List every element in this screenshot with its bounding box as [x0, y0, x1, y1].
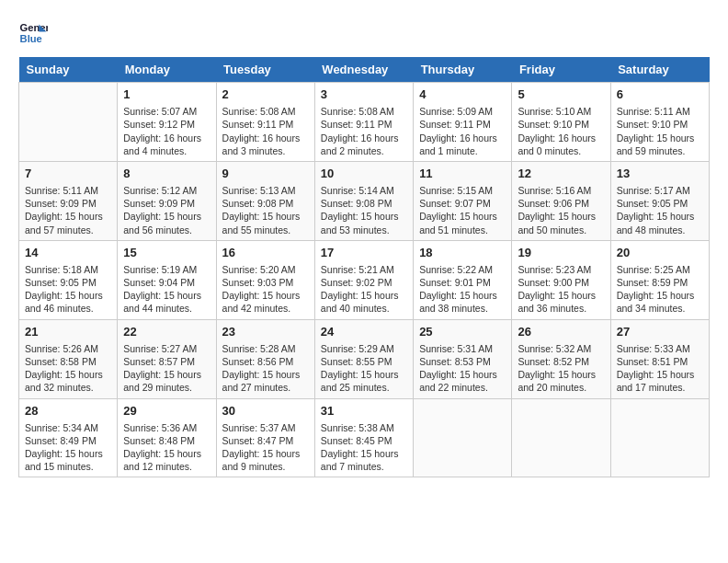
calendar-cell: 13Sunrise: 5:17 AM Sunset: 9:05 PM Dayli… [610, 161, 709, 240]
day-info: Sunrise: 5:11 AM Sunset: 9:09 PM Dayligh… [25, 184, 111, 236]
day-number: 10 [321, 166, 407, 182]
day-info: Sunrise: 5:17 AM Sunset: 9:05 PM Dayligh… [617, 184, 703, 236]
day-info: Sunrise: 5:08 AM Sunset: 9:11 PM Dayligh… [222, 105, 309, 157]
calendar-cell: 9Sunrise: 5:13 AM Sunset: 9:08 PM Daylig… [216, 161, 314, 240]
day-number: 6 [617, 86, 703, 103]
calendar-cell: 22Sunrise: 5:27 AM Sunset: 8:57 PM Dayli… [118, 319, 216, 398]
weekday-header-wednesday: Wednesday [314, 57, 413, 83]
day-info: Sunrise: 5:33 AM Sunset: 8:51 PM Dayligh… [617, 342, 703, 395]
calendar-cell: 12Sunrise: 5:16 AM Sunset: 9:06 PM Dayli… [512, 161, 610, 240]
calendar-cell: 5Sunrise: 5:10 AM Sunset: 9:10 PM Daylig… [512, 83, 610, 162]
calendar-cell: 10Sunrise: 5:14 AM Sunset: 9:08 PM Dayli… [314, 161, 413, 240]
calendar-cell: 1Sunrise: 5:07 AM Sunset: 9:12 PM Daylig… [118, 83, 216, 162]
calendar-cell: 15Sunrise: 5:19 AM Sunset: 9:04 PM Dayli… [118, 240, 216, 319]
day-number: 2 [222, 86, 309, 103]
day-info: Sunrise: 5:18 AM Sunset: 9:05 PM Dayligh… [25, 263, 111, 316]
day-info: Sunrise: 5:10 AM Sunset: 9:10 PM Dayligh… [518, 105, 604, 157]
calendar-cell: 16Sunrise: 5:20 AM Sunset: 9:03 PM Dayli… [216, 240, 314, 319]
day-number: 17 [321, 245, 407, 261]
day-info: Sunrise: 5:08 AM Sunset: 9:11 PM Dayligh… [321, 105, 407, 157]
day-number: 1 [123, 86, 210, 103]
day-number: 26 [518, 324, 604, 340]
calendar-cell: 27Sunrise: 5:33 AM Sunset: 8:51 PM Dayli… [610, 319, 709, 398]
day-info: Sunrise: 5:15 AM Sunset: 9:07 PM Dayligh… [419, 184, 506, 236]
day-number: 18 [419, 245, 506, 261]
day-info: Sunrise: 5:12 AM Sunset: 9:09 PM Dayligh… [123, 184, 210, 236]
day-number: 12 [518, 166, 604, 182]
calendar-week-row: 14Sunrise: 5:18 AM Sunset: 9:05 PM Dayli… [19, 240, 710, 319]
calendar-cell: 21Sunrise: 5:26 AM Sunset: 8:58 PM Dayli… [19, 319, 118, 398]
weekday-header-saturday: Saturday [610, 57, 709, 83]
day-number: 3 [321, 86, 407, 103]
day-info: Sunrise: 5:27 AM Sunset: 8:57 PM Dayligh… [123, 342, 210, 395]
day-info: Sunrise: 5:26 AM Sunset: 8:58 PM Dayligh… [25, 342, 111, 395]
calendar-cell: 29Sunrise: 5:36 AM Sunset: 8:48 PM Dayli… [118, 398, 216, 477]
day-info: Sunrise: 5:37 AM Sunset: 8:47 PM Dayligh… [222, 421, 309, 474]
calendar-cell: 28Sunrise: 5:34 AM Sunset: 8:49 PM Dayli… [19, 398, 118, 477]
day-info: Sunrise: 5:32 AM Sunset: 8:52 PM Dayligh… [518, 342, 604, 395]
logo: General Blue [18, 18, 48, 48]
day-number: 5 [518, 86, 604, 103]
day-info: Sunrise: 5:11 AM Sunset: 9:10 PM Dayligh… [617, 105, 703, 157]
day-number: 24 [321, 324, 407, 340]
calendar-cell: 7Sunrise: 5:11 AM Sunset: 9:09 PM Daylig… [19, 161, 118, 240]
day-info: Sunrise: 5:36 AM Sunset: 8:48 PM Dayligh… [123, 421, 210, 474]
day-number: 29 [123, 403, 210, 419]
calendar-cell: 2Sunrise: 5:08 AM Sunset: 9:11 PM Daylig… [216, 83, 314, 162]
calendar-cell: 20Sunrise: 5:25 AM Sunset: 8:59 PM Dayli… [610, 240, 709, 319]
day-number: 13 [617, 166, 703, 182]
calendar-cell: 25Sunrise: 5:31 AM Sunset: 8:53 PM Dayli… [414, 319, 512, 398]
day-info: Sunrise: 5:34 AM Sunset: 8:49 PM Dayligh… [25, 421, 111, 474]
calendar-cell [19, 83, 118, 162]
day-number: 15 [123, 245, 210, 261]
day-number: 21 [25, 324, 111, 340]
day-number: 14 [25, 245, 111, 261]
calendar-cell: 31Sunrise: 5:38 AM Sunset: 8:45 PM Dayli… [314, 398, 413, 477]
day-info: Sunrise: 5:25 AM Sunset: 8:59 PM Dayligh… [617, 263, 703, 316]
calendar-cell [610, 398, 709, 477]
calendar-cell: 19Sunrise: 5:23 AM Sunset: 9:00 PM Dayli… [512, 240, 610, 319]
weekday-header-sunday: Sunday [19, 57, 118, 83]
calendar-cell [414, 398, 512, 477]
calendar-week-row: 7Sunrise: 5:11 AM Sunset: 9:09 PM Daylig… [19, 161, 710, 240]
day-info: Sunrise: 5:22 AM Sunset: 9:01 PM Dayligh… [419, 263, 506, 316]
day-number: 9 [222, 166, 309, 182]
svg-text:General: General [20, 22, 48, 33]
calendar-cell [512, 398, 610, 477]
day-info: Sunrise: 5:29 AM Sunset: 8:55 PM Dayligh… [321, 342, 407, 395]
day-number: 11 [419, 166, 506, 182]
calendar-cell: 6Sunrise: 5:11 AM Sunset: 9:10 PM Daylig… [610, 83, 709, 162]
calendar-cell: 23Sunrise: 5:28 AM Sunset: 8:56 PM Dayli… [216, 319, 314, 398]
calendar-cell: 26Sunrise: 5:32 AM Sunset: 8:52 PM Dayli… [512, 319, 610, 398]
day-number: 22 [123, 324, 210, 340]
day-number: 16 [222, 245, 309, 261]
calendar-cell: 3Sunrise: 5:08 AM Sunset: 9:11 PM Daylig… [314, 83, 413, 162]
calendar-header: SundayMondayTuesdayWednesdayThursdayFrid… [19, 57, 710, 83]
day-number: 20 [617, 245, 703, 261]
day-number: 19 [518, 245, 604, 261]
day-info: Sunrise: 5:16 AM Sunset: 9:06 PM Dayligh… [518, 184, 604, 236]
day-info: Sunrise: 5:09 AM Sunset: 9:11 PM Dayligh… [419, 105, 506, 157]
day-info: Sunrise: 5:38 AM Sunset: 8:45 PM Dayligh… [321, 421, 407, 474]
day-info: Sunrise: 5:19 AM Sunset: 9:04 PM Dayligh… [123, 263, 210, 316]
day-info: Sunrise: 5:14 AM Sunset: 9:08 PM Dayligh… [321, 184, 407, 236]
calendar-cell: 30Sunrise: 5:37 AM Sunset: 8:47 PM Dayli… [216, 398, 314, 477]
day-info: Sunrise: 5:31 AM Sunset: 8:53 PM Dayligh… [419, 342, 506, 395]
day-number: 30 [222, 403, 309, 419]
calendar-week-row: 1Sunrise: 5:07 AM Sunset: 9:12 PM Daylig… [19, 83, 710, 162]
logo-icon: General Blue [18, 18, 48, 48]
calendar-cell: 17Sunrise: 5:21 AM Sunset: 9:02 PM Dayli… [314, 240, 413, 319]
day-info: Sunrise: 5:28 AM Sunset: 8:56 PM Dayligh… [222, 342, 309, 395]
day-info: Sunrise: 5:13 AM Sunset: 9:08 PM Dayligh… [222, 184, 309, 236]
svg-text:Blue: Blue [20, 33, 42, 44]
calendar-cell: 18Sunrise: 5:22 AM Sunset: 9:01 PM Dayli… [414, 240, 512, 319]
weekday-header-monday: Monday [118, 57, 216, 83]
page-header: General Blue [18, 18, 710, 48]
day-number: 25 [419, 324, 506, 340]
day-number: 31 [321, 403, 407, 419]
calendar-cell: 8Sunrise: 5:12 AM Sunset: 9:09 PM Daylig… [118, 161, 216, 240]
weekday-header-tuesday: Tuesday [216, 57, 314, 83]
day-number: 4 [419, 86, 506, 103]
day-info: Sunrise: 5:07 AM Sunset: 9:12 PM Dayligh… [123, 105, 210, 157]
calendar-cell: 24Sunrise: 5:29 AM Sunset: 8:55 PM Dayli… [314, 319, 413, 398]
